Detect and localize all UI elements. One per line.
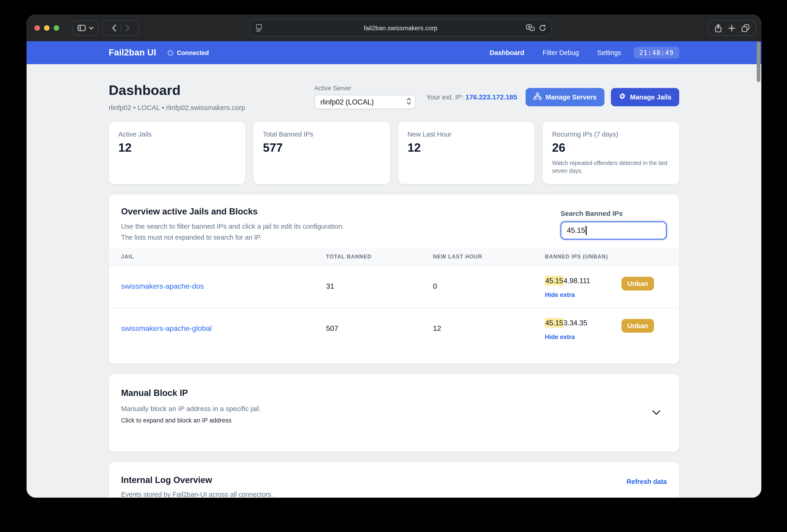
column-header-total-banned: TOTAL BANNED <box>326 254 433 260</box>
log-overview-description: Events stored by Fail2ban-UI across all … <box>121 491 273 498</box>
window-controls <box>35 25 59 31</box>
search-banned-ips-label: Search Banned IPs <box>560 209 667 217</box>
manage-jails-label: Manage Jails <box>630 93 672 101</box>
column-header-new-last-hour: NEW LAST HOUR <box>433 254 545 260</box>
banned-ip-block: 45.154.98.111 Hide extra <box>545 277 590 298</box>
manage-jails-button[interactable]: Manage Jails <box>611 88 679 106</box>
external-ip-value: 176.223.172.185 <box>466 93 517 101</box>
new-last-hour-value: 12 <box>433 325 545 340</box>
new-tab-icon[interactable] <box>728 24 735 31</box>
stat-card-new-last-hour: New Last Hour 12 <box>398 121 535 184</box>
jail-link[interactable]: swissmakers-apache-dos <box>121 282 326 298</box>
sidebar-icon[interactable] <box>77 25 86 31</box>
manual-block-ip-panel[interactable]: Manual Block IP Manually block an IP add… <box>109 374 679 452</box>
address-bar[interactable]: fail2ban.swissmakers.corp Ax <box>250 19 552 37</box>
manual-block-title: Manual Block IP <box>121 388 667 398</box>
back-button[interactable] <box>112 24 116 31</box>
ip-search-highlight: 45.15 <box>545 276 563 286</box>
search-banned-ips-block: Search Banned IPs 45.15 <box>560 209 667 240</box>
stat-label: Active Jails <box>118 131 236 138</box>
stat-value: 577 <box>263 141 381 155</box>
unban-button[interactable]: Unban <box>621 319 654 333</box>
servers-hierarchy-icon <box>533 93 541 101</box>
external-ip-label: Your ext. IP: <box>426 93 464 101</box>
desktop: fail2ban.swissmakers.corp Ax <box>0 0 787 532</box>
jails-overview-panel: Overview active Jails and Blocks Use the… <box>109 194 679 364</box>
reload-icon[interactable] <box>539 24 546 31</box>
manage-servers-label: Manage Servers <box>546 93 596 101</box>
connection-status-label: Connected <box>177 49 209 56</box>
nav-item-settings[interactable]: Settings <box>597 49 621 57</box>
toolbar-actions-group <box>708 20 756 36</box>
hide-extra-link[interactable]: Hide extra <box>545 334 587 340</box>
hide-extra-link[interactable]: Hide extra <box>545 291 590 298</box>
ip-search-highlight: 45.15 <box>545 318 563 328</box>
manual-block-description: Manually block an IP address in a specif… <box>121 405 667 413</box>
app-header: Fail2ban UI Connected Dashboard Filter D… <box>27 41 761 64</box>
sidebar-toggle-group[interactable] <box>72 20 99 36</box>
svg-text:x: x <box>531 27 533 31</box>
page-title: Dashboard <box>109 83 314 98</box>
url-text[interactable]: fail2ban.swissmakers.corp <box>250 20 551 36</box>
translate-icon[interactable]: Ax <box>526 24 535 31</box>
stat-label: Recurring IPs (7 days) <box>552 131 670 138</box>
unban-button[interactable]: Unban <box>621 277 654 290</box>
stat-value: 12 <box>407 141 525 155</box>
stat-card-total-banned: Total Banned IPs 577 <box>253 121 390 184</box>
forward-button[interactable] <box>125 24 130 31</box>
app-brand: Fail2ban UI <box>109 48 156 58</box>
search-input-value: 45.15 <box>567 226 585 235</box>
jail-table-row: swissmakers-apache-global 507 12 45.153.… <box>109 308 679 359</box>
browser-toolbar: fail2ban.swissmakers.corp Ax <box>27 15 761 41</box>
nav-item-filter-debug[interactable]: Filter Debug <box>543 49 579 57</box>
page-subtitle: rlinfp02 • LOCAL • rlinfp02.swissmakers.… <box>109 104 314 111</box>
active-server-block: Active Server rlinfp02 (LOCAL) <box>314 85 415 109</box>
title-block: Dashboard rlinfp02 • LOCAL • rlinfp02.sw… <box>109 83 314 111</box>
chevron-down-icon[interactable] <box>89 26 93 29</box>
stat-value: 12 <box>118 141 236 155</box>
active-server-select[interactable]: rlinfp02 (LOCAL) <box>314 95 415 109</box>
tab-overview-icon[interactable] <box>742 24 749 32</box>
address-bar-actions: Ax <box>526 24 546 31</box>
expand-chevron-icon[interactable] <box>652 409 660 417</box>
manual-block-hint: Click to expand and block an IP address <box>121 417 667 424</box>
jail-link[interactable]: swissmakers-apache-global <box>121 325 326 340</box>
stat-label: New Last Hour <box>407 131 525 138</box>
column-header-banned-ips: BANNED IPS (UNBAN) <box>545 254 667 260</box>
scrollbar-thumb[interactable] <box>757 42 760 82</box>
text-caret <box>586 226 587 235</box>
internal-log-panel: Internal Log Overview Events stored by F… <box>109 462 679 498</box>
stat-description: Watch repeated offenders detected in the… <box>552 159 670 175</box>
share-icon[interactable] <box>715 24 722 32</box>
banned-ip-block: 45.153.34.35 Hide extra <box>545 319 587 340</box>
page-header-row: Dashboard rlinfp02 • LOCAL • rlinfp02.sw… <box>109 83 679 111</box>
stat-card-recurring-ips: Recurring IPs (7 days) 26 Watch repeated… <box>543 121 679 184</box>
active-server-label: Active Server <box>314 85 415 92</box>
connection-status: Connected <box>167 49 209 56</box>
stat-card-active-jails: Active Jails 12 <box>109 121 246 184</box>
stat-value: 26 <box>552 141 670 155</box>
active-server-value: rlinfp02 (LOCAL) <box>320 98 406 106</box>
connected-indicator-icon <box>167 50 173 56</box>
log-overview-title: Internal Log Overview <box>121 475 273 485</box>
zoom-window-button[interactable] <box>54 25 59 31</box>
close-window-button[interactable] <box>35 25 40 31</box>
new-last-hour-value: 0 <box>433 282 545 298</box>
search-banned-ips-input[interactable]: 45.15 <box>560 221 667 240</box>
jail-table-row: swissmakers-apache-dos 31 0 45.154.98.11… <box>109 266 679 308</box>
jails-table-header: JAIL TOTAL BANNED NEW LAST HOUR BANNED I… <box>109 248 679 266</box>
minimize-window-button[interactable] <box>44 25 49 31</box>
nav-item-dashboard[interactable]: Dashboard <box>490 49 525 57</box>
column-header-jail: JAIL <box>121 254 326 260</box>
manage-servers-button[interactable]: Manage Servers <box>525 88 604 106</box>
gear-icon <box>618 93 626 101</box>
external-ip: Your ext. IP: 176.223.172.185 <box>426 93 517 101</box>
total-banned-value: 507 <box>326 325 433 340</box>
browser-window: fail2ban.swissmakers.corp Ax <box>27 15 761 497</box>
total-banned-value: 31 <box>326 282 433 298</box>
stat-label: Total Banned IPs <box>263 131 381 138</box>
refresh-data-link[interactable]: Refresh data <box>626 478 667 485</box>
stat-cards: Active Jails 12 Total Banned IPs 577 New… <box>109 121 679 184</box>
banned-ip: 45.154.98.111 <box>545 276 590 286</box>
log-head-text: Internal Log Overview Events stored by F… <box>121 475 273 498</box>
